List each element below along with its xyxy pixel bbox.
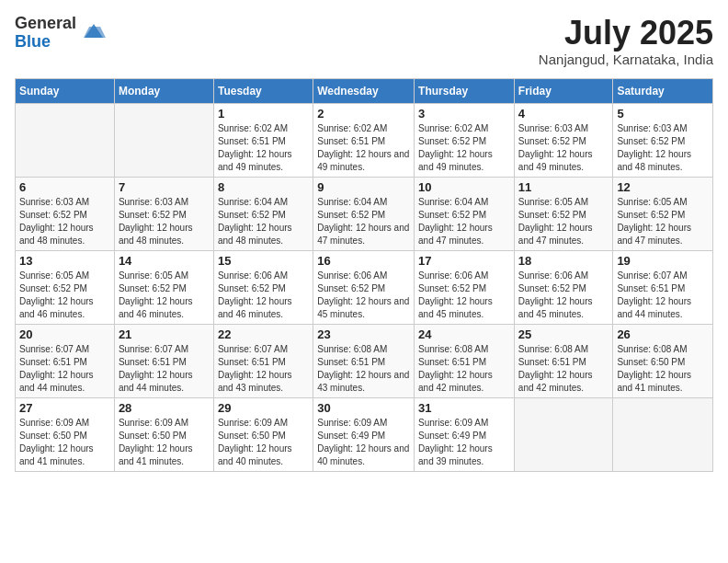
week-row-5: 27Sunrise: 6:09 AMSunset: 6:50 PMDayligh…: [16, 397, 713, 471]
column-header-wednesday: Wednesday: [313, 78, 415, 103]
day-info: Sunrise: 6:02 AMSunset: 6:51 PMDaylight:…: [218, 122, 309, 174]
calendar-cell: 3Sunrise: 6:02 AMSunset: 6:52 PMDaylight…: [415, 103, 515, 177]
logo-blue-text: Blue: [15, 33, 76, 52]
day-number: 13: [19, 254, 110, 268]
calendar-cell: 21Sunrise: 6:07 AMSunset: 6:51 PMDayligh…: [114, 324, 213, 397]
calendar-cell: 4Sunrise: 6:03 AMSunset: 6:52 PMDaylight…: [514, 103, 613, 177]
day-info: Sunrise: 6:04 AMSunset: 6:52 PMDaylight:…: [418, 196, 510, 247]
title-block: July 2025 Nanjangud, Karnataka, India: [539, 15, 713, 67]
calendar-cell: 24Sunrise: 6:08 AMSunset: 6:51 PMDayligh…: [415, 324, 515, 397]
day-info: Sunrise: 6:07 AMSunset: 6:51 PMDaylight:…: [19, 343, 110, 395]
column-header-sunday: Sunday: [16, 78, 115, 103]
day-info: Sunrise: 6:05 AMSunset: 6:52 PMDaylight:…: [19, 270, 110, 321]
month-title: July 2025: [539, 15, 713, 52]
day-info: Sunrise: 6:08 AMSunset: 6:51 PMDaylight:…: [518, 343, 609, 395]
calendar-cell: 11Sunrise: 6:05 AMSunset: 6:52 PMDayligh…: [514, 177, 613, 250]
day-number: 2: [317, 107, 410, 121]
column-header-saturday: Saturday: [613, 78, 713, 103]
week-row-4: 20Sunrise: 6:07 AMSunset: 6:51 PMDayligh…: [16, 324, 713, 397]
day-info: Sunrise: 6:08 AMSunset: 6:51 PMDaylight:…: [317, 343, 410, 395]
day-number: 29: [218, 401, 309, 415]
column-header-thursday: Thursday: [415, 78, 515, 103]
calendar-cell: 23Sunrise: 6:08 AMSunset: 6:51 PMDayligh…: [313, 324, 415, 397]
column-header-monday: Monday: [114, 78, 213, 103]
day-info: Sunrise: 6:04 AMSunset: 6:52 PMDaylight:…: [218, 196, 309, 247]
calendar-cell: 12Sunrise: 6:05 AMSunset: 6:52 PMDayligh…: [613, 177, 713, 250]
day-info: Sunrise: 6:07 AMSunset: 6:51 PMDaylight:…: [119, 343, 210, 395]
day-number: 8: [218, 180, 309, 194]
day-info: Sunrise: 6:03 AMSunset: 6:52 PMDaylight:…: [518, 122, 609, 174]
calendar-cell: 19Sunrise: 6:07 AMSunset: 6:51 PMDayligh…: [613, 250, 713, 324]
header-row: SundayMondayTuesdayWednesdayThursdayFrid…: [16, 78, 713, 103]
day-number: 23: [317, 327, 410, 341]
day-info: Sunrise: 6:06 AMSunset: 6:52 PMDaylight:…: [317, 270, 410, 321]
calendar-cell: 22Sunrise: 6:07 AMSunset: 6:51 PMDayligh…: [213, 324, 313, 397]
day-number: 9: [317, 180, 410, 194]
calendar-body: 1Sunrise: 6:02 AMSunset: 6:51 PMDaylight…: [16, 103, 713, 471]
calendar-cell: [114, 103, 213, 177]
day-info: Sunrise: 6:06 AMSunset: 6:52 PMDaylight:…: [518, 270, 609, 321]
day-info: Sunrise: 6:09 AMSunset: 6:50 PMDaylight:…: [119, 417, 210, 468]
calendar-cell: 10Sunrise: 6:04 AMSunset: 6:52 PMDayligh…: [415, 177, 515, 250]
calendar-cell: 26Sunrise: 6:08 AMSunset: 6:50 PMDayligh…: [613, 324, 713, 397]
day-number: 28: [119, 401, 210, 415]
day-info: Sunrise: 6:09 AMSunset: 6:50 PMDaylight:…: [19, 417, 110, 468]
day-info: Sunrise: 6:09 AMSunset: 6:49 PMDaylight:…: [317, 417, 410, 468]
calendar-cell: 17Sunrise: 6:06 AMSunset: 6:52 PMDayligh…: [415, 250, 515, 324]
day-number: 21: [119, 327, 210, 341]
day-number: 17: [418, 254, 510, 268]
day-info: Sunrise: 6:08 AMSunset: 6:50 PMDaylight:…: [617, 343, 709, 395]
day-number: 14: [119, 254, 210, 268]
location-title: Nanjangud, Karnataka, India: [539, 52, 713, 67]
column-header-friday: Friday: [514, 78, 613, 103]
column-header-tuesday: Tuesday: [213, 78, 313, 103]
day-info: Sunrise: 6:07 AMSunset: 6:51 PMDaylight:…: [218, 343, 309, 395]
calendar-cell: 2Sunrise: 6:02 AMSunset: 6:51 PMDaylight…: [313, 103, 415, 177]
calendar-cell: [514, 397, 613, 471]
day-number: 4: [518, 107, 609, 121]
day-info: Sunrise: 6:09 AMSunset: 6:49 PMDaylight:…: [418, 417, 510, 468]
calendar-cell: [613, 397, 713, 471]
day-number: 1: [218, 107, 309, 121]
calendar-cell: 18Sunrise: 6:06 AMSunset: 6:52 PMDayligh…: [514, 250, 613, 324]
day-info: Sunrise: 6:03 AMSunset: 6:52 PMDaylight:…: [19, 196, 110, 247]
logo-general-text: General: [15, 15, 76, 33]
calendar-cell: 13Sunrise: 6:05 AMSunset: 6:52 PMDayligh…: [16, 250, 115, 324]
day-number: 6: [19, 180, 110, 194]
calendar-cell: 20Sunrise: 6:07 AMSunset: 6:51 PMDayligh…: [16, 324, 115, 397]
day-number: 19: [617, 254, 709, 268]
day-number: 31: [418, 401, 510, 415]
calendar-cell: 6Sunrise: 6:03 AMSunset: 6:52 PMDaylight…: [16, 177, 115, 250]
day-number: 10: [418, 180, 510, 194]
calendar-cell: 1Sunrise: 6:02 AMSunset: 6:51 PMDaylight…: [213, 103, 313, 177]
calendar-cell: 14Sunrise: 6:05 AMSunset: 6:52 PMDayligh…: [114, 250, 213, 324]
day-info: Sunrise: 6:03 AMSunset: 6:52 PMDaylight:…: [119, 196, 210, 247]
day-info: Sunrise: 6:09 AMSunset: 6:50 PMDaylight:…: [218, 417, 309, 468]
calendar-cell: 25Sunrise: 6:08 AMSunset: 6:51 PMDayligh…: [514, 324, 613, 397]
day-number: 7: [119, 180, 210, 194]
calendar-cell: 30Sunrise: 6:09 AMSunset: 6:49 PMDayligh…: [313, 397, 415, 471]
day-number: 25: [518, 327, 609, 341]
day-number: 15: [218, 254, 309, 268]
day-number: 24: [418, 327, 510, 341]
day-info: Sunrise: 6:08 AMSunset: 6:51 PMDaylight:…: [418, 343, 510, 395]
day-info: Sunrise: 6:05 AMSunset: 6:52 PMDaylight:…: [518, 196, 609, 247]
calendar-cell: 9Sunrise: 6:04 AMSunset: 6:52 PMDaylight…: [313, 177, 415, 250]
day-number: 3: [418, 107, 510, 121]
day-number: 16: [317, 254, 410, 268]
calendar-header: SundayMondayTuesdayWednesdayThursdayFrid…: [16, 78, 713, 103]
logo: General Blue: [15, 15, 108, 52]
day-number: 22: [218, 327, 309, 341]
day-number: 30: [317, 401, 410, 415]
day-info: Sunrise: 6:07 AMSunset: 6:51 PMDaylight:…: [617, 270, 709, 321]
calendar-cell: 31Sunrise: 6:09 AMSunset: 6:49 PMDayligh…: [415, 397, 515, 471]
logo-icon: [80, 19, 108, 47]
week-row-3: 13Sunrise: 6:05 AMSunset: 6:52 PMDayligh…: [16, 250, 713, 324]
day-number: 12: [617, 180, 709, 194]
day-info: Sunrise: 6:06 AMSunset: 6:52 PMDaylight:…: [218, 270, 309, 321]
calendar-cell: 5Sunrise: 6:03 AMSunset: 6:52 PMDaylight…: [613, 103, 713, 177]
day-number: 18: [518, 254, 609, 268]
day-number: 5: [617, 107, 709, 121]
calendar-cell: 16Sunrise: 6:06 AMSunset: 6:52 PMDayligh…: [313, 250, 415, 324]
day-info: Sunrise: 6:04 AMSunset: 6:52 PMDaylight:…: [317, 196, 410, 247]
